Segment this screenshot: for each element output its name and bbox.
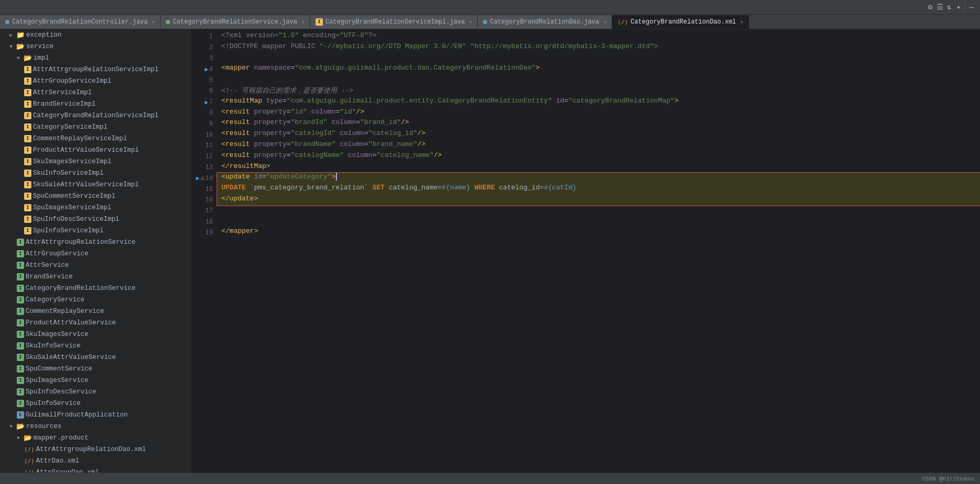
interface7-icon: I xyxy=(17,308,24,315)
sidebar-item-productattrvalueserviceimpl[interactable]: I ProductAttrValueServiceImpl xyxy=(0,144,190,156)
sidebar-item-skuimagesservice[interactable]: I SkuImagesService xyxy=(0,329,190,340)
line-num-9: 9 xyxy=(209,120,215,128)
interface4-icon: I xyxy=(17,273,24,280)
settings-icon[interactable]: ⚙ xyxy=(926,3,934,12)
sidebar-item-spucommentservice[interactable]: I SpuCommentService xyxy=(0,363,190,375)
class-i4-icon: I xyxy=(24,100,31,108)
line-num-16: 16 xyxy=(206,196,215,204)
sidebar-item-attrattrgrouprelationdao-xml[interactable]: ⟨/⟩ AttrAttrgroupRelationDao.xml xyxy=(0,444,190,455)
sidebar-item-attrattrgrouprelationservice[interactable]: I AttrAttrgroupRelationService xyxy=(0,237,190,248)
code-line-4: <mapper namespace="com.atguigu.gulimall.… xyxy=(217,64,980,75)
interface8-icon: I xyxy=(17,319,24,327)
sidebar-item-mapper-product[interactable]: ▼ 📂 mapper.product xyxy=(0,432,190,444)
sidebar-item-spuimagesservice[interactable]: I SpuImagesService xyxy=(0,375,190,386)
sidebar-item-spuinfodescservice[interactable]: I SpuInfoDescService xyxy=(0,386,190,398)
sidebar-item-productattrvalueservice[interactable]: I ProductAttrValueService xyxy=(0,317,190,329)
code-line-6: <!-- 可根据自己的需求，是否要使用 --> xyxy=(217,86,980,97)
tab-dao-java[interactable]: CategoryBrandRelationDao.java ✕ xyxy=(478,15,612,29)
line-num-13: 13 xyxy=(206,164,215,171)
minimize-icon[interactable]: — xyxy=(967,3,976,12)
impl-folder-icon: 📂 xyxy=(24,54,32,62)
sidebar-item-categorybrandrelationserviceimpl[interactable]: I CategoryBrandRelationServiceImpl xyxy=(0,110,190,121)
line-num-19: 19 xyxy=(206,229,215,237)
arrow-icon-14: ▶ xyxy=(196,175,200,182)
line-num-5: 5 xyxy=(209,77,215,84)
sidebar-item-resources[interactable]: ▼ 📂 resources xyxy=(0,421,190,432)
code-line-3 xyxy=(217,53,980,64)
class-i3-icon: I xyxy=(24,89,31,96)
folder-open-icon: 📂 xyxy=(16,42,25,51)
sidebar-item-attrservice[interactable]: I AttrService xyxy=(0,260,190,271)
sidebar-item-exception[interactable]: ▶ 📁 exception xyxy=(0,29,190,41)
sidebar-item-skuimagesserviceimpl[interactable]: I SkuImagesServiceImpl xyxy=(0,156,190,167)
tab-close-4[interactable]: ✕ xyxy=(740,19,744,25)
interface15-icon: I xyxy=(17,400,24,407)
code-line-12: <result property="catelogName" column="c… xyxy=(217,151,980,162)
tab-controller-java[interactable]: CategoryBrandRelationController.java ✕ xyxy=(0,15,161,29)
sidebar-item-attrserviceimpl[interactable]: I AttrServiceImpl xyxy=(0,87,190,98)
sidebar-item-service[interactable]: ▼ 📂 service xyxy=(0,41,190,52)
tab-serviceimpl-java[interactable]: I CategoryBrandRelationServiceImpl.java … xyxy=(310,15,478,29)
sidebar-item-spuimagesserviceimpl[interactable]: I SpuImagesServiceImpl xyxy=(0,202,190,213)
class-i8-icon: I xyxy=(24,147,31,154)
class-i11-icon: I xyxy=(24,181,31,188)
line-num-14: 14 xyxy=(206,175,215,182)
code-line-17 xyxy=(217,206,980,217)
tab-service-java[interactable]: CategoryBrandRelationService.java ✕ xyxy=(161,15,310,29)
tab-serviceimpl-label: CategoryBrandRelationServiceImpl.java xyxy=(325,18,465,26)
tab-close-1[interactable]: ✕ xyxy=(301,19,305,25)
sidebar-item-skusaleattrvalueservice[interactable]: I SkuSaleAttrValueService xyxy=(0,352,190,363)
sidebar-item-attrgroupdao-xml[interactable]: ⟨/⟩ AttrGroupDao.xml xyxy=(0,467,190,472)
class-i12-icon: I xyxy=(24,193,31,200)
class-i5-icon: I xyxy=(24,112,31,119)
code-lines-area[interactable]: <?xml version="1.0" encoding="UTF-8"?> <… xyxy=(217,29,980,472)
sidebar-item-spuinfoservice[interactable]: I SpuInfoService xyxy=(0,398,190,409)
line-num-6: 6 xyxy=(209,87,215,95)
line-num-18: 18 xyxy=(206,218,215,226)
code-content: 1 2 3 ▶ 4 5 6 xyxy=(191,29,980,472)
code-line-19: </mapper> xyxy=(217,227,980,238)
tab-close-3[interactable]: ✕ xyxy=(603,19,606,25)
interface10-icon: I xyxy=(17,342,24,350)
code-line-15: UPDATE `pms_category_brand_relation` SET… xyxy=(217,184,980,195)
code-line-11: <result property="brandName" column="bra… xyxy=(217,140,980,151)
sidebar-item-commentreplayservice[interactable]: I CommentReplayService xyxy=(0,306,190,317)
class-i9-icon: I xyxy=(24,158,31,165)
tab-close-2[interactable]: ✕ xyxy=(469,19,472,25)
line-num-1: 1 xyxy=(209,33,215,40)
sidebar-item-categorybrandrelationservice[interactable]: I CategoryBrandRelationService xyxy=(0,283,190,294)
interface6-icon: I xyxy=(17,296,24,303)
sidebar-item-attrattrgrouprelationserviceimpl[interactable]: I AttrAttrgroupRelationServiceImpl xyxy=(0,64,190,75)
sidebar-item-spuinfoserviceimpl[interactable]: I SpuInfoServiceImpl xyxy=(0,225,190,237)
code-line-2: <!DOCTYPE mapper PUBLIC "-//mybatis.org/… xyxy=(217,42,980,53)
sidebar-item-attrgroupserviceimpl[interactable]: I AttrGroupServiceImpl xyxy=(0,75,190,87)
sidebar-item-attrgroupservice[interactable]: I AttrGroupService xyxy=(0,248,190,260)
gear-icon[interactable]: ✦ xyxy=(954,3,963,12)
sidebar-item-attrdao-xml[interactable]: ⟨/⟩ AttrDao.xml xyxy=(0,455,190,467)
class-i6-icon: I xyxy=(24,123,31,131)
sidebar: ▶ 📁 exception ▼ 📂 service ▼ 📂 impl I Att… xyxy=(0,29,191,472)
sidebar-item-skuinfoserviceimpl[interactable]: I SkuInfoServiceImpl xyxy=(0,167,190,179)
sidebar-item-spuinfodescserviceimpl[interactable]: I SpuInfoDescServiceImpl xyxy=(0,213,190,225)
sidebar-item-brandservice[interactable]: I BrandService xyxy=(0,271,190,283)
sidebar-item-categoryservice[interactable]: I CategoryService xyxy=(0,294,190,306)
interface12-icon: I xyxy=(17,365,24,373)
line-num-10: 10 xyxy=(206,131,215,139)
code-editor[interactable]: 1 2 3 ▶ 4 5 6 xyxy=(191,29,980,472)
sidebar-item-commentreplayserviceimpl[interactable]: I CommentReplayServiceImpl xyxy=(0,133,190,144)
sidebar-item-application[interactable]: C GulimallProductApplication xyxy=(0,409,190,421)
tab-dao-xml[interactable]: ⟨/⟩ CategoryBrandRelationDao.xml ✕ xyxy=(612,15,749,29)
sort-icon[interactable]: ⇅ xyxy=(945,3,953,12)
sidebar-item-skusaleattrvalueserviceimpl[interactable]: I SkuSaleAttrValueServiceImpl xyxy=(0,179,190,190)
sidebar-item-spucommentserviceimpl[interactable]: I SpuCommentServiceImpl xyxy=(0,190,190,202)
tab-close-0[interactable]: ✕ xyxy=(152,19,155,25)
java-s-icon xyxy=(166,20,170,24)
sidebar-item-skuinfoservice[interactable]: I SkuInfoService xyxy=(0,340,190,352)
structure-icon[interactable]: ☰ xyxy=(936,3,944,12)
sidebar-item-impl[interactable]: ▼ 📂 impl xyxy=(0,52,190,64)
sidebar-item-categoryserviceimpl[interactable]: I CategoryServiceImpl xyxy=(0,121,190,133)
line-numbers-gutter: 1 2 3 ▶ 4 5 6 xyxy=(191,29,217,472)
sidebar-item-brandserviceimpl[interactable]: I BrandServiceImpl xyxy=(0,98,190,110)
code-line-14: <update id="updateCategory"> xyxy=(217,173,980,184)
tab-controller-label: CategoryBrandRelationController.java xyxy=(12,18,148,26)
